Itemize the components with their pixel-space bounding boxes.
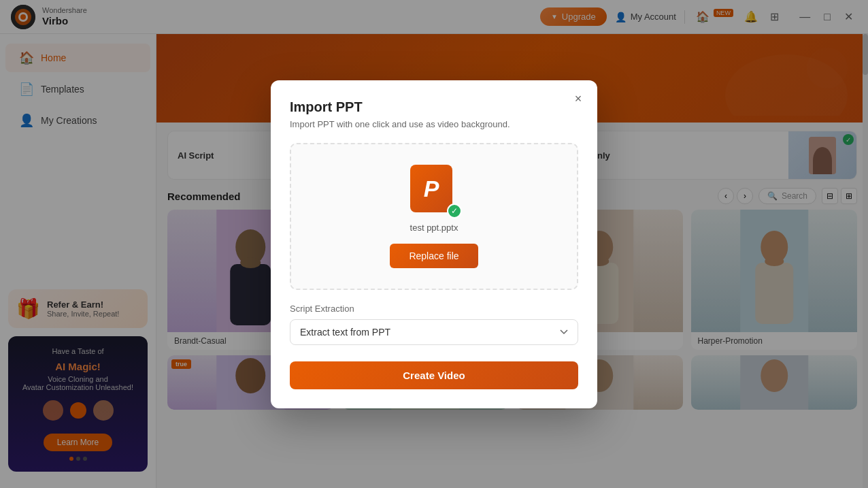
modal-title: Import PPT: [290, 99, 578, 115]
script-extraction-section: Script Extraction Extract text from PPT: [290, 304, 578, 345]
ppt-filename: test ppt.pptx: [410, 223, 458, 233]
modal-close-button[interactable]: ×: [569, 90, 588, 109]
ppt-icon-container: P ✓: [410, 165, 458, 216]
ppt-upload-area: P ✓ test ppt.pptx Replace file: [290, 143, 578, 290]
create-video-button[interactable]: Create Video: [290, 361, 578, 389]
modal-overlay[interactable]: × Import PPT Import PPT with one click a…: [0, 0, 868, 488]
ppt-check-icon: ✓: [447, 204, 462, 218]
ppt-letter: P: [424, 177, 439, 200]
import-ppt-modal: × Import PPT Import PPT with one click a…: [271, 80, 597, 408]
modal-subtitle: Import PPT with one click and use as vid…: [290, 119, 578, 129]
ppt-icon: P ✓: [410, 165, 458, 216]
script-extraction-select[interactable]: Extract text from PPT: [290, 319, 578, 345]
replace-file-button[interactable]: Replace file: [390, 244, 478, 268]
script-extraction-label: Script Extraction: [290, 304, 578, 314]
ppt-icon-bg: P: [410, 165, 452, 212]
